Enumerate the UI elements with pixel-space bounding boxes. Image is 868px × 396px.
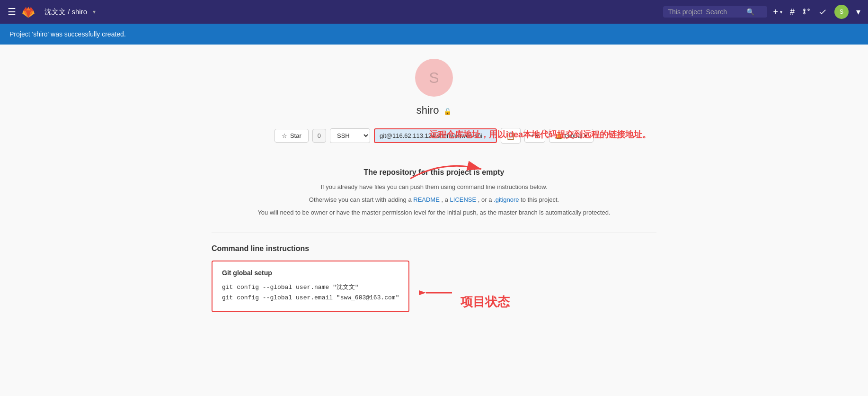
cmdline-title: Command line instructions [212, 244, 656, 253]
new-item-button[interactable]: + ▾ [773, 7, 782, 17]
project-status-text: 项目状态 [461, 275, 510, 310]
star-label: Star [290, 132, 301, 139]
avatar-letter: S [840, 9, 843, 15]
project-avatar-wrap: S [212, 59, 656, 97]
git-setup-code: git config --global user.name "沈文文" git … [222, 282, 399, 303]
cmdline-section: Command line instructions Git global set… [212, 233, 656, 312]
star-count: 0 [312, 129, 326, 143]
navbar-actions: + ▾ # S ▾ [773, 5, 860, 19]
gitlab-logo[interactable] [22, 5, 35, 18]
star-button[interactable]: ☆ Star [275, 129, 309, 143]
readme-link[interactable]: README [413, 196, 440, 203]
avatar-caret-icon[interactable]: ▾ [856, 7, 860, 17]
search-bar[interactable]: 🔍 [663, 6, 767, 18]
navbar-brand[interactable]: 沈文文 / shiro [44, 8, 87, 17]
git-setup-title: Git global setup [222, 269, 399, 277]
project-title: shiro [416, 104, 439, 116]
brand-caret-icon[interactable]: ▾ [93, 9, 96, 15]
user-avatar[interactable]: S [834, 5, 849, 19]
hamburger-icon[interactable]: ☰ [8, 6, 16, 18]
project-avatar: S [415, 59, 453, 97]
search-input[interactable] [668, 8, 744, 16]
todo-button[interactable] [818, 8, 827, 16]
project-title-wrap: shiro 🔒 [212, 104, 656, 117]
star-icon: ☆ [282, 132, 287, 139]
gitignore-link[interactable]: .gitignore [494, 196, 519, 203]
project-status-arrow-svg [419, 283, 457, 302]
empty-repo-line1: If you already have files you can push t… [221, 182, 647, 192]
cmdline-annotation-wrap: Git global setup git config --global use… [212, 261, 656, 312]
plus-caret-icon: ▾ [780, 9, 782, 15]
empty-repo-line3: You will need to be owner or have the ma… [221, 208, 647, 218]
navbar: ☰ 沈文文 / shiro ▾ 🔍 + ▾ # S [0, 0, 868, 24]
license-link[interactable]: LICENSE [450, 196, 477, 203]
empty-repo-line2: Otherwise you can start with adding a RE… [221, 195, 647, 205]
success-banner: Project 'shiro' was successfully created… [0, 24, 868, 45]
remote-url-arrow [406, 155, 500, 183]
merge-request-button[interactable] [802, 8, 811, 16]
project-status-arrow: 项目状态 [419, 261, 510, 310]
project-avatar-letter: S [429, 69, 439, 87]
lock-icon: 🔒 [443, 108, 452, 115]
search-icon: 🔍 [746, 8, 754, 16]
hash-button[interactable]: # [790, 7, 795, 17]
main-content: S shiro 🔒 ☆ Star 0 SSH HTTPS 📋 + ▾ 🔔 Glo… [202, 45, 666, 326]
plus-label: + [773, 7, 778, 17]
banner-message: Project 'shiro' was successfully created… [9, 30, 126, 38]
git-setup-box: Git global setup git config --global use… [212, 261, 409, 312]
protocol-select[interactable]: SSH HTTPS [330, 128, 370, 143]
remote-url-annotation-text: 远程仓库地址，用以idea本地代码提交到远程的链接地址。 [429, 129, 651, 141]
